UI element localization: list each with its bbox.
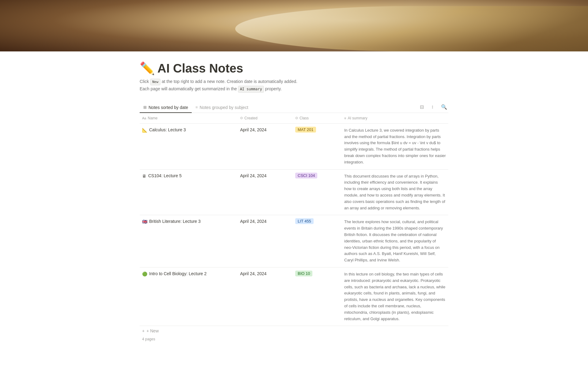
tab-sorted-label: Notes sorted by date: [149, 105, 188, 110]
list-icon: ≡: [195, 105, 198, 110]
cell-name-0: 📐 Calculus: Lecture 3: [140, 124, 238, 136]
cell-date-3: April 24, 2024: [238, 268, 293, 280]
cell-class-0: MAT 201: [293, 124, 342, 136]
header-class: ⊙ Class: [293, 115, 342, 122]
table-icon: ⊞: [143, 105, 147, 110]
row-name-1: CS104: Lecture 5: [148, 173, 182, 178]
cell-class-1: CSCI 104: [293, 170, 342, 182]
tabs-right: ⊟ ↕ 🔍: [419, 103, 448, 112]
cell-name-2: 🇬🇧 British Literature: Lecture 3: [140, 215, 238, 228]
ai-summary-badge: AI summary: [238, 86, 264, 93]
cell-class-2: LIT 455: [293, 215, 342, 228]
table-header: Aa Name ⊙ Created ⊙ Class ≡ AI summary: [140, 113, 448, 124]
row-name-0: Calculus: Lecture 3: [149, 127, 186, 132]
cell-summary-0: In Calculus Lecture 3, we covered integr…: [342, 124, 448, 169]
new-badge: New: [150, 79, 160, 85]
table-row[interactable]: 🟢 Intro to Cell Biology: Lecture 2 April…: [140, 268, 448, 326]
tab-notes-grouped[interactable]: ≡ Notes grouped by subject: [192, 103, 252, 113]
table-row[interactable]: 🖥 CS104: Lecture 5 April 24, 2024 CSCI 1…: [140, 170, 448, 215]
text-icon: ≡: [344, 116, 346, 120]
table-row[interactable]: 📐 Calculus: Lecture 3 April 24, 2024 MAT…: [140, 124, 448, 170]
tag-icon: ⊙: [295, 116, 298, 120]
tabs-row: ⊞ Notes sorted by date ≡ Notes grouped b…: [140, 103, 448, 113]
page-description: Click New at the top right to add a new …: [140, 78, 448, 93]
row-emoji-0: 📐: [142, 128, 147, 133]
cell-date-2: April 24, 2024: [238, 215, 293, 227]
aa-icon: Aa: [142, 116, 146, 120]
row-emoji-2: 🇬🇧: [142, 219, 147, 224]
add-icon: +: [142, 328, 145, 333]
title-emoji: ✏️: [140, 61, 155, 76]
row-emoji-1: 🖥: [142, 174, 146, 178]
page-title-area: ✏️ AI Class Notes Click New at the top r…: [140, 51, 448, 98]
table-row[interactable]: 🇬🇧 British Literature: Lecture 3 April 2…: [140, 215, 448, 268]
search-icon[interactable]: 🔍: [440, 103, 448, 111]
hero-banner: [0, 0, 588, 51]
class-badge-1: CSCI 104: [295, 173, 317, 178]
cell-date-0: April 24, 2024: [238, 124, 293, 136]
header-ai-summary: ≡ AI summary: [342, 115, 448, 122]
class-badge-2: LIT 455: [295, 218, 314, 224]
cell-name-3: 🟢 Intro to Cell Biology: Lecture 2: [140, 268, 238, 280]
header-created: ⊙ Created: [238, 115, 293, 122]
row-name-2: British Literature: Lecture 3: [149, 219, 201, 224]
add-label: + New: [146, 328, 159, 333]
cell-summary-2: The lecture explores how social, cultura…: [342, 215, 448, 267]
class-badge-0: MAT 201: [295, 127, 316, 133]
cell-summary-3: In this lecture on cell biology, the two…: [342, 268, 448, 326]
row-emoji-3: 🟢: [142, 272, 147, 276]
add-row-button[interactable]: + + New: [140, 326, 448, 336]
row-count: 4 pages: [140, 336, 448, 343]
tab-grouped-label: Notes grouped by subject: [200, 105, 248, 110]
tabs-left: ⊞ Notes sorted by date ≡ Notes grouped b…: [140, 103, 252, 113]
cell-name-1: 🖥 CS104: Lecture 5: [140, 170, 238, 182]
row-name-3: Intro to Cell Biology: Lecture 2: [149, 271, 207, 276]
filter-icon[interactable]: ⊟: [419, 103, 425, 111]
class-badge-3: BIO 10: [295, 271, 312, 276]
cell-summary-1: This document discusses the use of array…: [342, 170, 448, 215]
tab-notes-sorted[interactable]: ⊞ Notes sorted by date: [140, 103, 192, 113]
cell-date-1: April 24, 2024: [238, 170, 293, 182]
cell-class-3: BIO 10: [293, 268, 342, 280]
header-name: Aa Name: [140, 115, 238, 122]
notes-table: Aa Name ⊙ Created ⊙ Class ≡ AI summary 📐…: [140, 113, 448, 343]
clock-icon: ⊙: [240, 116, 243, 120]
sort-icon[interactable]: ↕: [430, 103, 435, 111]
page-title: ✏️ AI Class Notes: [140, 61, 448, 76]
